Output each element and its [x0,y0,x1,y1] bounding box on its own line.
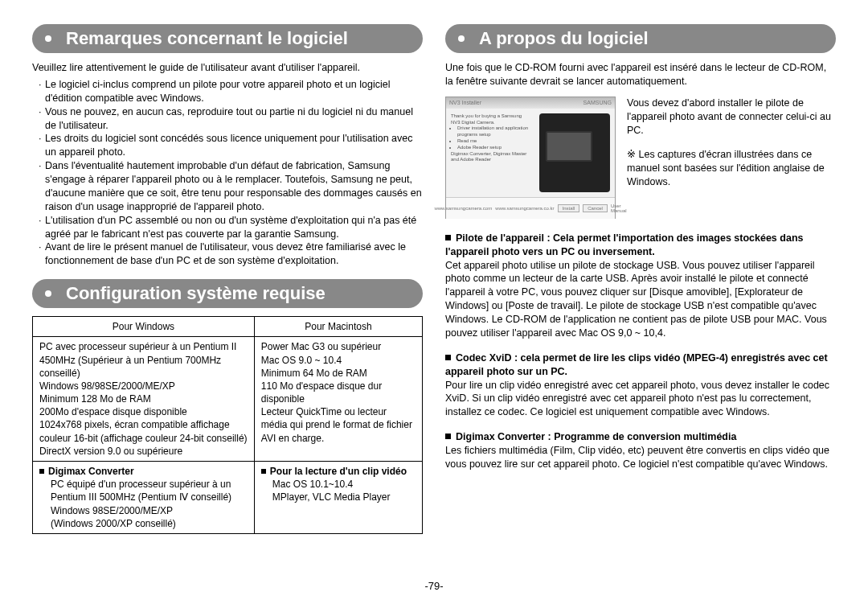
intro-text: Veuillez lire attentivement le guide de … [32,61,423,75]
section-title-codec: Codec XviD : cela permet de lire les cli… [445,351,836,379]
req-line: Mac OS 10.1~10.4 [272,478,416,491]
table-cell-windows: PC avec processeur supérieur à un Pentiu… [33,337,255,462]
req-line: 1024x768 pixels, écran compatible affich… [39,418,248,444]
heading-apropos: A propos du logiciel [479,28,649,49]
installer-text-area: Thank you for buying a Samsung NV3 Digit… [446,109,534,197]
req-line: MPlayer, VLC Media Player [272,491,416,503]
req-line: PC équipé d'un processeur supérieur à un… [51,478,248,503]
req-line: Power Mac G3 ou supérieur [261,340,416,353]
bullet-item: Les droits du logiciel sont concédés sou… [39,132,423,159]
footer-link: www.samsungcamera.co.kr [495,206,554,211]
system-requirements-table: Pour Windows Pour Macintosh PC avec proc… [32,316,423,534]
bullet-item: Avant de lire le présent manuel de l'uti… [39,240,423,268]
req-line: Minimum 64 Mo de RAM [261,367,416,380]
req-line: Windows 98/98SE/2000/ME/XP [39,380,248,392]
table-header-windows: Pour Windows [33,317,255,337]
installer-screenshot: NV3 Installer SAMSUNG Thank you for buyi… [445,97,616,219]
section-body: Pour lire un clip vidéo enregistré avec … [445,379,836,420]
bullet-item: Dans l'éventualité hautement improbable … [39,159,423,214]
cancel-button: Cancel [583,204,608,212]
bullet-list: Le logiciel ci-inclus comprend un pilote… [32,78,423,268]
section-header-remarques: Remarques concernant le logiciel [32,24,423,53]
screenshot-note: Les captures d'écran illustrées dans ce … [627,148,836,189]
installer-title: NV3 Installer [449,100,481,105]
heading-remarques: Remarques concernant le logiciel [66,28,348,49]
section-body: Cet appareil photo utilise un pilote de … [445,259,836,340]
req-line: 110 Mo d'espace disque dur disponible [261,380,416,405]
footer-link: User Manual [611,203,627,213]
heading-config: Configuration système requise [66,283,326,304]
bullet-item: Vous ne pouvez, en aucun cas, reproduire… [39,105,423,133]
camera-image-icon [539,113,610,192]
section-title-pilote: Pilote de l'appareil : Cela permet l'imp… [445,232,836,259]
req-line: (Windows 2000/XP conseillé) [51,517,248,530]
req-line: Lecteur QuickTime ou lecteur média qui p… [261,405,416,445]
section-header-apropos: A propos du logiciel [445,24,836,53]
bullet-item: L'utilisation d'un PC assemblé ou non ou… [39,214,423,241]
sub-title-digimax: Digimax Converter [39,465,248,478]
req-line: Windows 98SE/2000/ME/XP [51,504,248,517]
table-cell-windows-sub: Digimax Converter PC équipé d'un process… [33,462,255,534]
table-cell-mac-sub: Pour la lecture d'un clip vidéo Mac OS 1… [254,462,422,534]
section-body: Les fichiers multimédia (Film, Clip vidé… [445,444,836,471]
brand-label: SAMSUNG [583,100,612,105]
table-header-mac: Pour Macintosh [254,317,422,337]
page-number: -79- [0,580,868,592]
table-cell-mac: Power Mac G3 ou supérieur Mac OS 9.0 ~ 1… [254,337,422,462]
footer-link: www.samsungcamera.com [434,206,492,211]
install-instruction: Vous devez d'abord installer le pilote d… [627,97,836,138]
req-line: PC avec processeur supérieur à un Pentiu… [39,340,248,380]
req-line: DirectX version 9.0 ou supérieure [39,445,248,458]
req-line: Mac OS 9.0 ~ 10.4 [261,354,416,367]
section-title-converter: Digimax Converter : Programme de convers… [445,430,836,444]
section-header-config: Configuration système requise [32,279,423,308]
req-line: Minimum 128 Mo de RAM [39,392,248,405]
sub-title-video: Pour la lecture d'un clip vidéo [261,465,416,478]
bullet-item: Le logiciel ci-inclus comprend un pilote… [39,78,423,105]
install-button: Install [558,204,580,212]
req-line: 200Mo d'espace disque disponible [39,405,248,418]
apropos-intro: Une fois que le CD-ROM fourni avec l'app… [445,61,836,88]
